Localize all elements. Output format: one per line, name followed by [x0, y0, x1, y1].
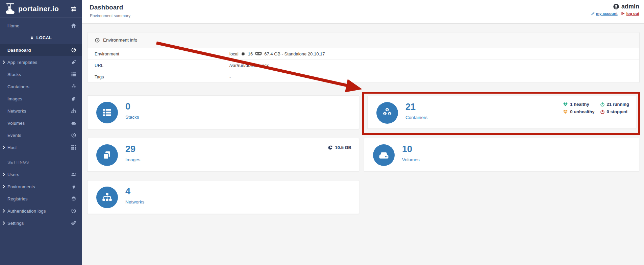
- stacks-card[interactable]: 0 Stacks: [87, 95, 359, 129]
- sidebar-item-label: Containers: [7, 84, 29, 89]
- environment-info-header: Environment info: [88, 32, 639, 48]
- sidebar-item-label: Stacks: [7, 72, 21, 77]
- sitemap-icon: [102, 192, 112, 202]
- page-subtitle: Environment summary: [90, 14, 130, 18]
- sidebar-item-label: Events: [7, 133, 21, 138]
- list-icon: [71, 72, 76, 77]
- networks-count: 4: [125, 187, 130, 196]
- memory-icon: [255, 51, 262, 56]
- sidebar-section-settings: SETTINGS: [0, 156, 82, 168]
- sidebar-item-home[interactable]: Home: [0, 20, 82, 32]
- memory-and-version: 67.4 GB - Standalone 20.10.17: [264, 51, 325, 56]
- rocket-icon: [71, 59, 76, 65]
- cubes-icon: [381, 107, 393, 119]
- stacks-circle: [96, 102, 118, 123]
- sidebar-item-images[interactable]: Images: [0, 93, 82, 105]
- heartbeat-icon: [563, 109, 568, 114]
- row-value: /var/run/docker.sock: [229, 63, 269, 68]
- images-card[interactable]: 29 Images 10.5 GB: [87, 138, 359, 172]
- environment-name: local: [229, 51, 239, 56]
- sidebar-item-networks[interactable]: Networks: [0, 105, 82, 117]
- sidebar-item-label: Environments: [7, 184, 35, 189]
- database-icon: [71, 196, 76, 201]
- cogs-icon: [71, 220, 76, 226]
- sidebar-item-label: App Templates: [7, 60, 37, 65]
- sidebar-item-environments[interactable]: Environments: [0, 180, 82, 193]
- networks-card[interactable]: 4 Networks: [87, 180, 359, 214]
- page-title: Dashboard: [90, 4, 123, 11]
- chevron-right-icon: [2, 185, 5, 189]
- stacks-count: 0: [125, 102, 130, 111]
- environment-info-title: Environment info: [103, 38, 137, 43]
- chevron-right-icon: [2, 145, 5, 149]
- collapse-sidebar-icon[interactable]: [70, 5, 77, 12]
- sidebar-item-events[interactable]: Events: [0, 129, 82, 141]
- hdd-icon: [71, 120, 76, 126]
- table-row: URL /var/run/docker.sock: [88, 59, 639, 71]
- chevron-right-icon: [2, 221, 5, 225]
- volumes-card[interactable]: 10 Volumes: [364, 138, 639, 172]
- sidebar-item-users[interactable]: Users: [0, 168, 82, 180]
- main-content: Dashboard Environment summary admin my a…: [82, 0, 644, 265]
- sidebar-item-stacks[interactable]: Stacks: [0, 68, 82, 80]
- sidebar-item-volumes[interactable]: Volumes: [0, 117, 82, 129]
- sidebar-item-containers[interactable]: Containers: [0, 80, 82, 93]
- log-out-label: log out: [626, 11, 639, 16]
- heartbeat-icon: [563, 102, 568, 107]
- sidebar-item-label: Dashboard: [7, 48, 31, 53]
- images-size-value: 10.5 GB: [335, 145, 351, 150]
- container-stats: 1 healthy 21 running 0 unhealthy: [563, 102, 629, 114]
- row-label: Tags: [88, 74, 229, 79]
- sidebar-item-app-templates[interactable]: App Templates: [0, 56, 82, 68]
- sidebar-section-local: LOCAL: [0, 32, 82, 44]
- row-value: local 16 67.4 GB - Standalone 20.10.17: [229, 51, 325, 56]
- clone-icon: [71, 96, 76, 101]
- healthy-stat: 1 healthy: [563, 102, 594, 107]
- sidebar-item-label: Home: [7, 23, 19, 28]
- username: admin: [621, 3, 639, 10]
- row-label: URL: [88, 63, 229, 68]
- containers-card[interactable]: 21 Containers 1 healthy 21 running: [367, 96, 636, 129]
- stopped-stat: 0 stopped: [600, 109, 629, 114]
- sidebar-item-label: Authentication logs: [7, 209, 46, 214]
- cubes-icon: [71, 84, 76, 89]
- row-value: -: [229, 74, 231, 79]
- sidebar-item-registries[interactable]: Registries: [0, 193, 82, 205]
- volumes-label: Volumes: [402, 157, 420, 162]
- sidebar-item-settings[interactable]: Settings: [0, 217, 82, 229]
- sidebar-item-authentication-logs[interactable]: Authentication logs: [0, 205, 82, 217]
- users-icon: [71, 172, 76, 177]
- plug-icon: [30, 36, 34, 40]
- portainer-logo-icon: [5, 2, 16, 15]
- networks-circle: [96, 187, 118, 208]
- sign-out-icon: [621, 11, 625, 16]
- sidebar-item-label: Registries: [7, 196, 28, 201]
- sidebar-item-host[interactable]: Host: [0, 141, 82, 153]
- healthy-count: 1 healthy: [570, 102, 589, 107]
- sidebar-section-label: SETTINGS: [7, 160, 29, 164]
- stacks-label: Stacks: [125, 115, 139, 120]
- sidebar-item-label: Networks: [7, 109, 26, 114]
- images-count: 29: [125, 145, 135, 154]
- sidebar-item-dashboard[interactable]: Dashboard: [0, 44, 82, 56]
- sitemap-icon: [71, 108, 76, 114]
- sidebar-item-label: Host: [7, 145, 17, 150]
- current-user: admin: [591, 3, 639, 10]
- containers-count: 21: [405, 102, 416, 112]
- account-links: my account log out: [591, 11, 639, 16]
- home-icon: [71, 23, 76, 28]
- microchip-icon: [241, 51, 246, 56]
- plug-icon: [71, 184, 76, 189]
- environment-info-panel: Environment info Environment local 16: [87, 32, 640, 83]
- stopped-count: 0 stopped: [607, 109, 627, 114]
- chevron-right-icon: [2, 60, 5, 64]
- history-icon: [71, 208, 76, 214]
- table-row: Environment local 16 67.4 GB - Standalon…: [88, 48, 639, 59]
- grid-icon: [71, 145, 76, 150]
- unhealthy-count: 0 unhealthy: [570, 109, 594, 114]
- sidebar-item-label: Users: [7, 172, 19, 177]
- my-account-link[interactable]: my account: [591, 11, 618, 16]
- log-out-link[interactable]: log out: [621, 11, 639, 16]
- running-count: 21 running: [607, 102, 629, 107]
- hdd-icon: [378, 149, 390, 161]
